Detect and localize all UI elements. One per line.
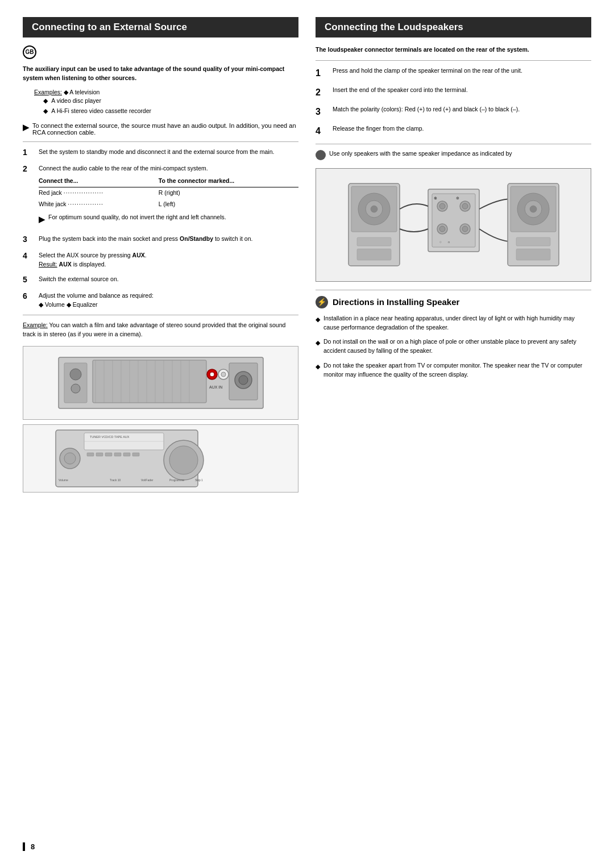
dir-item-0-text: Installation in a place near heating app… (323, 314, 591, 332)
right-step-1-text: Press and hold the clamp of the speaker … (333, 66, 522, 76)
svg-text:○: ○ (439, 240, 442, 244)
diamond-icon: ◆ (316, 339, 320, 348)
optimum-note: ▶ For optimum sound quality, do not inve… (39, 213, 298, 226)
diamond-icon: ◆ (43, 95, 48, 106)
examples-label: Examples: (34, 89, 62, 95)
diamond-volume-icon: ◆ (39, 301, 45, 308)
svg-text:TUNER  VCD/CD  TAPE  AUX: TUNER VCD/CD TAPE AUX (90, 435, 130, 439)
diamond-icon: ◆ (316, 315, 320, 324)
svg-point-48 (371, 206, 377, 212)
right-step-1-num: 1 (316, 66, 328, 80)
note-icon (316, 150, 326, 160)
right-step-4: 4 Release the finger from the clamp. (316, 124, 591, 138)
svg-text:Volume: Volume (59, 478, 68, 482)
svg-rect-31 (105, 453, 112, 456)
step-6: 6 Adjust the volume and balance as requi… (23, 291, 298, 310)
dir-item-1-text: Do not install on the wall or on a high … (323, 337, 591, 356)
dir-item-1: ◆ Do not install on the wall or on a hig… (316, 337, 591, 356)
step-3-content: Plug the system back into the main socke… (39, 235, 298, 244)
dir-item-2: ◆ Do not take the speaker apart from TV … (316, 361, 591, 379)
example-footer: Example: You can watch a film and take a… (23, 321, 298, 339)
connect-note-arrow: ▶ To connect the external source, the so… (23, 122, 298, 136)
step-2-content: Connect the audio cable to the rear of t… (39, 164, 298, 229)
result-aux: AUX (59, 261, 72, 268)
diamond-icon: ◆ (64, 89, 69, 95)
dir-item-2-text: Do not take the speaker apart from TV or… (323, 361, 591, 379)
left-section-title: Connecting to an External Source (32, 22, 187, 32)
svg-text:⊕: ⊕ (434, 196, 437, 200)
svg-text:n: n (448, 240, 450, 244)
two-column-layout: Connecting to an External Source GB The … (23, 17, 591, 831)
connect-note-text: To connect the external source, the sour… (32, 122, 298, 136)
table-row: Red jack ·················· R (right) (39, 187, 298, 198)
example-item-2: A Hi-Fi stereo video cassette recorder (51, 107, 151, 114)
svg-rect-29 (87, 453, 94, 456)
result-label: Result: (39, 261, 57, 268)
step-3: 3 Plug the system back into the main soc… (23, 235, 298, 245)
svg-point-60 (462, 226, 468, 232)
step-2-number: 2 (23, 163, 34, 175)
right-divider-1 (316, 60, 591, 61)
gb-badge: GB (23, 45, 36, 59)
svg-point-20 (221, 372, 226, 377)
speaker-image-box: L ○ n ⊕ ⊕ (316, 168, 591, 282)
arrow-optimum-icon: ▶ (39, 214, 45, 226)
svg-rect-49 (357, 237, 391, 246)
svg-point-3 (71, 384, 80, 393)
step-6-content: Adjust the volume and balance as require… (39, 291, 298, 310)
note-text: Use only speakers with the same speaker … (329, 150, 512, 157)
step-5-text: Switch the external source on. (39, 276, 119, 282)
svg-text:Vol/Fader: Vol/Fader (141, 478, 154, 482)
step-5: 5 Switch the external source on. (23, 275, 298, 286)
step-1-content: Set the system to standby mode and disco… (39, 148, 298, 157)
svg-text:Skip 1: Skip 1 (195, 478, 203, 482)
left-intro: The auxiliary input can be used to take … (23, 65, 298, 83)
right-step-3-num: 3 (316, 105, 328, 119)
right-step-2-text: Insert the end of the speaker cord into … (333, 86, 468, 95)
svg-rect-33 (123, 453, 130, 456)
step-1-text: Set the system to standby mode and disco… (39, 148, 274, 155)
step-4-aux: AUX (132, 252, 145, 258)
step-6-number: 6 (23, 290, 34, 302)
dir-item-0: ◆ Installation in a place near heating a… (316, 314, 591, 332)
table-cell-white-right: L (left) (159, 199, 298, 210)
note-row: Use only speakers with the same speaker … (316, 150, 591, 160)
right-section-header: Connecting the Loudspeakers (316, 17, 591, 37)
left-column: Connecting to an External Source GB The … (23, 17, 298, 831)
table-row: White jack ················ L (left) (39, 199, 298, 210)
right-column: Connecting the Loudspeakers The loudspea… (316, 17, 591, 831)
diamond-icon: ◆ (316, 362, 320, 372)
step-6-volume: Volume (45, 301, 65, 308)
step-6-eq: Equalizer (73, 301, 98, 308)
diamond-icon: ◆ (43, 106, 48, 116)
right-section-title: Connecting the Loudspeakers (325, 22, 463, 32)
page-number: 8 (23, 842, 591, 851)
right-step-4-text: Release the finger from the clamp. (333, 124, 424, 133)
divider-1 (23, 141, 298, 142)
divider-2 (23, 315, 298, 315)
device-image-2: TUNER VCD/CD TAPE AUX (23, 424, 298, 493)
device-image-1: AUX IN (23, 346, 298, 420)
svg-rect-52 (432, 194, 475, 247)
svg-text:Programme: Programme (169, 478, 184, 482)
right-step-2-num: 2 (316, 86, 328, 99)
step-5-content: Switch the external source on. (39, 275, 298, 284)
table-cell-white-left: White jack ················ (39, 199, 159, 210)
right-divider-2 (316, 144, 591, 144)
right-step-2: 2 Insert the end of the speaker cord int… (316, 86, 591, 99)
result-line: Result: AUX is displayed. (39, 260, 298, 269)
right-step-4-num: 4 (316, 124, 328, 138)
step-2: 2 Connect the audio cable to the rear of… (23, 164, 298, 229)
step-3-text-before: Plug the system back into the main socke… (39, 235, 180, 242)
right-step-3: 3 Match the polarity (colors): Red (+) t… (316, 105, 591, 119)
right-step-3-text: Match the polarity (colors): Red (+) to … (333, 105, 520, 114)
svg-point-56 (462, 203, 468, 209)
example-item-1: A video disc player (51, 97, 101, 104)
step-1-number: 1 (23, 147, 34, 158)
svg-point-58 (439, 226, 445, 232)
table-header-left: Connect the... (39, 177, 159, 187)
amplifier-rear-svg: AUX IN (53, 349, 269, 417)
svg-point-54 (439, 203, 445, 209)
front-panel-svg: TUNER VCD/CD TAPE AUX (53, 427, 269, 490)
svg-text:⊕: ⊕ (456, 196, 459, 200)
